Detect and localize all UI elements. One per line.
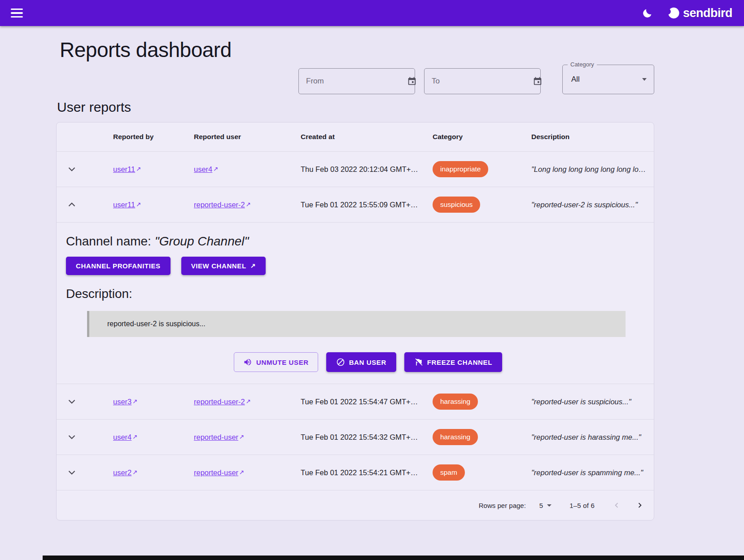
link-text: user4 xyxy=(113,433,131,441)
freeze-channel-button[interactable]: FREEZE CHANNEL xyxy=(404,352,502,372)
link-text: reported-user xyxy=(194,468,238,477)
category-badge: harassing xyxy=(433,429,478,445)
created-at-cell: Tue Feb 01 2022 15:54:21 GMT+… xyxy=(293,468,425,477)
description-cell: "reported-user is suspicious..." xyxy=(524,398,654,406)
from-calendar-button[interactable] xyxy=(405,74,419,88)
dropdown-arrow-icon xyxy=(642,78,647,81)
link-text: user11 xyxy=(113,201,135,209)
column-header-description: Description xyxy=(524,133,654,141)
button-label: VIEW CHANNEL xyxy=(191,262,246,270)
to-date-field xyxy=(424,68,541,94)
rows-per-page-value: 5 xyxy=(539,502,543,509)
main-content: Reports dashboard Category All User re xyxy=(0,38,744,521)
flag-slash-icon xyxy=(414,358,423,367)
table-row: user4↗ reported-user↗ Tue Feb 01 2022 15… xyxy=(57,419,654,455)
channel-buttons-row: CHANNEL PROFANITIES VIEW CHANNEL↗ xyxy=(66,257,645,275)
external-link-icon: ↗ xyxy=(136,201,141,208)
moderation-actions-row: UNMUTE USER BAN USER xyxy=(79,352,654,375)
theme-toggle-button[interactable] xyxy=(642,8,653,19)
sendbird-brand[interactable]: sendbird xyxy=(666,6,732,20)
description-cell: "Long long long long long long lo… xyxy=(524,165,654,174)
ban-icon xyxy=(336,358,345,367)
table-row-expanded: user11↗ reported-user-2↗ Tue Feb 01 2022… xyxy=(57,187,654,222)
expand-row-button[interactable] xyxy=(62,427,82,447)
reported-user-link[interactable]: reported-user-2↗ xyxy=(194,398,251,406)
previous-page-button[interactable] xyxy=(608,497,625,514)
button-label: BAN USER xyxy=(349,359,386,366)
calendar-icon xyxy=(407,76,417,86)
from-date-field xyxy=(298,68,415,94)
created-at-cell: Tue Feb 01 2022 15:54:32 GMT+… xyxy=(293,433,425,442)
ban-user-button[interactable]: BAN USER xyxy=(326,352,396,372)
calendar-icon xyxy=(533,76,543,86)
category-badge: spam xyxy=(433,464,465,481)
table-row: user3↗ reported-user-2↗ Tue Feb 01 2022 … xyxy=(57,384,654,419)
unmute-user-button[interactable]: UNMUTE USER xyxy=(234,352,318,372)
expand-row-button[interactable] xyxy=(62,463,82,482)
column-header-reported-user: Reported user xyxy=(187,133,293,141)
dropdown-caret-icon xyxy=(547,504,551,507)
menu-button[interactable] xyxy=(11,4,29,22)
channel-profanities-button[interactable]: CHANNEL PROFANITIES xyxy=(66,257,171,275)
reported-user-link[interactable]: user4↗ xyxy=(194,165,219,173)
created-at-cell: Thu Feb 03 2022 20:12:04 GMT+… xyxy=(293,165,425,174)
channel-name-label: Channel name: xyxy=(66,234,155,248)
expand-row-button[interactable] xyxy=(62,159,82,179)
rows-per-page-select[interactable]: 5 xyxy=(539,502,551,509)
category-badge: suspicious xyxy=(433,197,480,213)
section-title: User reports xyxy=(57,100,654,115)
external-link-icon: ↗ xyxy=(213,165,218,172)
link-text: reported-user-2 xyxy=(194,398,245,406)
category-badge: inappropriate xyxy=(433,161,488,177)
chevron-left-icon xyxy=(612,500,621,510)
created-at-cell: Tue Feb 01 2022 15:55:09 GMT+… xyxy=(293,201,425,209)
to-date-input[interactable] xyxy=(432,77,531,86)
expand-cell xyxy=(57,159,106,179)
page-title: Reports dashboard xyxy=(60,38,654,62)
reported-user-link[interactable]: reported-user-2↗ xyxy=(194,201,251,209)
report-description-quote: reported-user-2 is suspicious... xyxy=(87,311,626,337)
appbar-right: sendbird xyxy=(642,6,732,20)
report-detail-panel: Channel name: "Group Channel" CHANNEL PR… xyxy=(57,222,654,384)
reported-by-link[interactable]: user3↗ xyxy=(113,398,138,406)
reported-user-link[interactable]: reported-user↗ xyxy=(194,433,244,441)
link-text: reported-user xyxy=(194,433,238,441)
category-badge: harassing xyxy=(433,394,478,410)
column-header-category: Category xyxy=(425,133,524,141)
external-link-icon: ↗ xyxy=(132,433,137,440)
from-date-input[interactable] xyxy=(306,77,405,86)
link-text: user3 xyxy=(113,398,131,406)
brand-wordmark: sendbird xyxy=(683,6,732,20)
link-text: user4 xyxy=(194,165,212,173)
expand-cell xyxy=(57,195,106,214)
table-pagination: Rows per page: 5 1–5 of 6 xyxy=(57,490,654,520)
button-label: FREEZE CHANNEL xyxy=(427,359,492,366)
table-row: user11↗ user4↗ Thu Feb 03 2022 20:12:04 … xyxy=(57,151,654,187)
app-bar: sendbird xyxy=(0,0,744,26)
link-text: reported-user-2 xyxy=(194,201,245,209)
table-row: user2↗ reported-user↗ Tue Feb 01 2022 15… xyxy=(57,455,654,490)
chevron-up-icon xyxy=(66,199,78,210)
expand-cell xyxy=(57,392,106,411)
external-link-icon: ↗ xyxy=(250,262,256,269)
next-page-button[interactable] xyxy=(631,497,648,514)
description-cell: "reported-user is spamming me..." xyxy=(524,468,654,477)
created-at-cell: Tue Feb 01 2022 15:54:47 GMT+… xyxy=(293,398,425,406)
reported-user-link[interactable]: reported-user↗ xyxy=(194,468,244,477)
chevron-down-icon xyxy=(66,396,78,407)
reported-by-link[interactable]: user11↗ xyxy=(113,165,141,173)
reported-by-link[interactable]: user4↗ xyxy=(113,433,138,441)
view-channel-button[interactable]: VIEW CHANNEL↗ xyxy=(181,257,266,275)
category-select[interactable]: Category All xyxy=(562,65,654,94)
column-header-created-at: Created at xyxy=(293,133,425,141)
chevron-right-icon xyxy=(635,500,645,510)
channel-name-value: "Group Channel" xyxy=(155,234,249,248)
collapse-row-button[interactable] xyxy=(62,195,82,214)
detail-description-label: Description: xyxy=(66,287,645,301)
external-link-icon: ↗ xyxy=(246,201,251,208)
to-calendar-button[interactable] xyxy=(531,74,544,88)
reported-by-link[interactable]: user2↗ xyxy=(113,468,138,477)
expand-row-button[interactable] xyxy=(62,392,82,411)
reported-by-link[interactable]: user11↗ xyxy=(113,201,141,209)
expand-cell xyxy=(57,427,106,447)
